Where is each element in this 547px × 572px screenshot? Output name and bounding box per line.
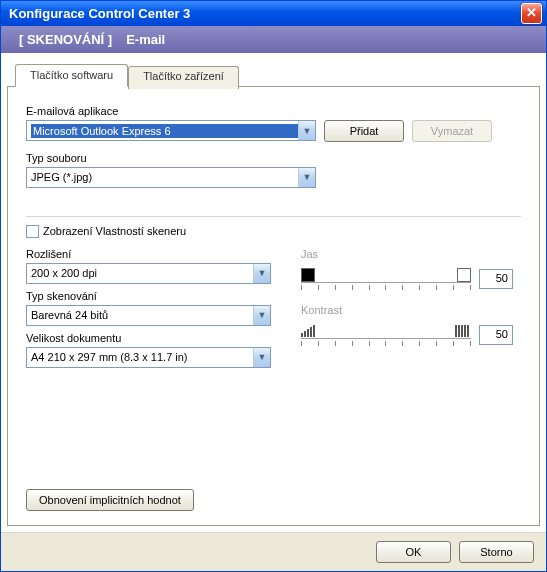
- resolution-select[interactable]: 200 x 200 dpi ▼: [26, 263, 271, 284]
- tabstrip: Tlačítko softwaru Tlačítko zařízení: [15, 64, 540, 87]
- contrast-value[interactable]: 50: [479, 325, 513, 345]
- resolution-value: 200 x 200 dpi: [31, 267, 253, 279]
- client-area: Tlačítko softwaru Tlačítko zařízení E-ma…: [1, 53, 546, 532]
- chevron-down-icon: ▼: [258, 310, 267, 320]
- dropdown-button[interactable]: ▼: [298, 168, 315, 187]
- window-title: Konfigurace Control Center 3: [9, 6, 521, 21]
- doc-size-select[interactable]: A4 210 x 297 mm (8.3 x 11.7 in) ▼: [26, 347, 271, 368]
- dropdown-button[interactable]: ▼: [298, 121, 315, 140]
- contrast-slider[interactable]: [301, 322, 471, 348]
- breadcrumb-sub: E-mail: [126, 32, 165, 47]
- brightness-slider[interactable]: [301, 266, 471, 292]
- scan-type-value: Barevná 24 bitů: [31, 309, 253, 321]
- delete-button: Vymazat: [412, 120, 492, 142]
- chevron-down-icon: ▼: [258, 268, 267, 278]
- tab-panel: E-mailová aplikace Microsoft Outlook Exp…: [7, 86, 540, 526]
- contrast-low-icon: [301, 325, 317, 337]
- dropdown-button[interactable]: ▼: [253, 264, 270, 283]
- titlebar: Konfigurace Control Center 3 ✕: [1, 1, 546, 26]
- chevron-down-icon: ▼: [258, 352, 267, 362]
- scanner-props-checkbox-row[interactable]: Zobrazení Vlastností skeneru: [26, 225, 521, 238]
- resolution-label: Rozlišení: [26, 248, 271, 260]
- chevron-down-icon: ▼: [303, 172, 312, 182]
- contrast-label: Kontrast: [301, 304, 521, 316]
- close-button[interactable]: ✕: [521, 3, 542, 24]
- close-icon: ✕: [526, 5, 537, 20]
- brightness-label: Jas: [301, 248, 521, 260]
- checkbox-icon[interactable]: [26, 225, 39, 238]
- breadcrumb: [ SKENOVÁNÍ ] E-mail: [1, 26, 546, 53]
- doc-size-value: A4 210 x 297 mm (8.3 x 11.7 in): [31, 351, 253, 363]
- dropdown-button[interactable]: ▼: [253, 306, 270, 325]
- brightness-value[interactable]: 50: [479, 269, 513, 289]
- ok-button[interactable]: OK: [376, 541, 451, 563]
- left-column: Rozlišení 200 x 200 dpi ▼ Typ skenování …: [26, 248, 271, 368]
- add-button[interactable]: Přidat: [324, 120, 404, 142]
- restore-defaults-button[interactable]: Obnovení implicitních hodnot: [26, 489, 194, 511]
- scanner-props-label: Zobrazení Vlastností skeneru: [43, 225, 186, 237]
- file-type-select[interactable]: JPEG (*.jpg) ▼: [26, 167, 316, 188]
- scan-type-select[interactable]: Barevná 24 bitů ▼: [26, 305, 271, 326]
- dropdown-button[interactable]: ▼: [253, 348, 270, 367]
- brightness-light-icon: [457, 268, 471, 282]
- file-type-label: Typ souboru: [26, 152, 521, 164]
- footer: OK Storno: [1, 532, 546, 571]
- scan-type-label: Typ skenování: [26, 290, 271, 302]
- tab-label: Tlačítko softwaru: [30, 69, 113, 81]
- email-app-select[interactable]: Microsoft Outlook Express 6 ▼: [26, 120, 316, 141]
- tab-software-button[interactable]: Tlačítko softwaru: [15, 64, 128, 87]
- chevron-down-icon: ▼: [303, 126, 312, 136]
- right-column: Jas 50 Kontrast: [301, 248, 521, 368]
- breadcrumb-section: [ SKENOVÁNÍ ]: [19, 32, 112, 47]
- file-type-value: JPEG (*.jpg): [31, 171, 298, 183]
- tab-label: Tlačítko zařízení: [143, 70, 224, 82]
- tab-device-button[interactable]: Tlačítko zařízení: [128, 66, 239, 89]
- email-app-label: E-mailová aplikace: [26, 105, 521, 117]
- divider: [26, 216, 521, 217]
- brightness-dark-icon: [301, 268, 315, 282]
- doc-size-label: Velikost dokumentu: [26, 332, 271, 344]
- cancel-button[interactable]: Storno: [459, 541, 534, 563]
- contrast-high-icon: [455, 325, 471, 337]
- window-root: Konfigurace Control Center 3 ✕ [ SKENOVÁ…: [0, 0, 547, 572]
- email-app-value: Microsoft Outlook Express 6: [31, 124, 298, 138]
